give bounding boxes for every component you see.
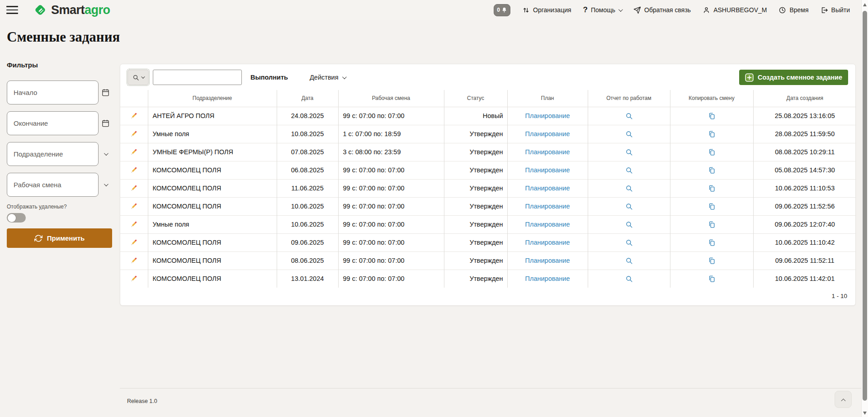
shift-tasks-table: Подразделение Дата Рабочая смена Статус … <box>120 90 856 288</box>
cell-date: 08.06.2025 <box>277 251 338 270</box>
copy-shift-icon[interactable] <box>708 275 716 283</box>
menu-icon[interactable] <box>6 6 18 14</box>
scrollbar-down-arrow[interactable] <box>863 412 867 415</box>
nav-feedback[interactable]: Обратная связь <box>633 6 691 14</box>
nav-logout[interactable]: Выйти <box>821 6 850 14</box>
notifications-button[interactable]: 0 <box>494 4 510 16</box>
edit-pencil-icon[interactable] <box>130 202 138 210</box>
nav-organization[interactable]: Организация <box>522 6 571 14</box>
apply-button[interactable]: Применить <box>7 228 112 248</box>
copy-shift-icon[interactable] <box>708 257 716 265</box>
copy-shift-icon[interactable] <box>708 203 716 210</box>
edit-pencil-icon[interactable] <box>130 148 138 156</box>
actions-menu-button[interactable]: Действия <box>310 74 345 81</box>
report-search-icon[interactable] <box>625 130 633 138</box>
footer-divider <box>120 388 861 389</box>
nav-logout-label: Выйти <box>831 6 850 14</box>
cell-created: 25.08.2025 13:16:05 <box>753 107 856 125</box>
plan-link[interactable]: Планирование <box>525 239 570 246</box>
edit-pencil-icon[interactable] <box>130 184 138 192</box>
report-search-icon[interactable] <box>625 203 633 210</box>
report-search-icon[interactable] <box>625 112 633 120</box>
plan-link[interactable]: Планирование <box>525 130 570 137</box>
work-shift-select[interactable] <box>7 173 99 197</box>
table-row: КОМСОМОЛЕЦ ПОЛЯ 13.01.2024 99 с: 07:00 п… <box>120 270 856 288</box>
cell-unit: АНТЕЙ АГРО ПОЛЯ <box>148 107 277 125</box>
search-options-button[interactable] <box>127 70 149 85</box>
calendar-icon[interactable] <box>99 86 112 100</box>
plan-link[interactable]: Планирование <box>525 203 570 210</box>
report-search-icon[interactable] <box>625 275 633 283</box>
copy-shift-icon[interactable] <box>708 148 716 156</box>
cell-shift: 99 с: 07:00 по: 07:00 <box>338 233 444 251</box>
nav-help-label: Помощь <box>591 6 615 14</box>
edit-pencil-icon[interactable] <box>130 166 138 174</box>
create-shift-task-button[interactable]: Создать сменное задание <box>739 70 848 85</box>
plan-link[interactable]: Планирование <box>525 112 570 119</box>
copy-shift-icon[interactable] <box>708 166 716 174</box>
cell-unit: КОМСОМОЛЕЦ ПОЛЯ <box>148 197 277 215</box>
copy-shift-icon[interactable] <box>708 185 716 192</box>
edit-pencil-icon[interactable] <box>130 130 138 138</box>
cell-status: Утвержден <box>444 215 507 233</box>
cell-date: 24.08.2025 <box>277 107 338 125</box>
vertical-scrollbar[interactable] <box>861 0 868 417</box>
plus-icon <box>745 73 754 82</box>
plan-link[interactable]: Планирование <box>525 185 570 192</box>
cell-unit: КОМСОМОЛЕЦ ПОЛЯ <box>148 270 277 288</box>
cell-unit: Умные поля <box>148 215 277 233</box>
plan-link[interactable]: Планирование <box>525 221 570 228</box>
release-label: Release 1.0 <box>127 398 157 404</box>
chevron-down-icon[interactable] <box>99 147 112 161</box>
nav-time[interactable]: Время <box>778 6 808 14</box>
cell-shift: 99 с: 07:00 по: 07:00 <box>338 179 444 197</box>
cell-status: Утвержден <box>444 197 507 215</box>
copy-shift-icon[interactable] <box>708 239 716 246</box>
edit-pencil-icon[interactable] <box>130 238 138 246</box>
bell-icon <box>501 7 507 13</box>
table-row: КОМСОМОЛЕЦ ПОЛЯ 06.08.2025 99 с: 07:00 п… <box>120 161 856 179</box>
show-deleted-toggle[interactable] <box>7 213 26 223</box>
brand-logo[interactable]: Smartagro <box>33 2 110 18</box>
calendar-icon[interactable] <box>99 117 112 130</box>
plan-link[interactable]: Планирование <box>525 275 570 282</box>
copy-shift-icon[interactable] <box>708 112 716 120</box>
execute-button[interactable]: Выполнить <box>250 74 288 81</box>
report-search-icon[interactable] <box>625 148 633 156</box>
cell-shift: 99 с: 07:00 по: 07:00 <box>338 251 444 270</box>
edit-pencil-icon[interactable] <box>130 220 138 228</box>
start-date-input[interactable] <box>7 81 99 104</box>
plan-link[interactable]: Планирование <box>525 148 570 156</box>
table-row: КОМСОМОЛЕЦ ПОЛЯ 08.06.2025 99 с: 07:00 п… <box>120 251 856 270</box>
cell-date: 06.08.2025 <box>277 161 338 179</box>
end-date-input[interactable] <box>7 111 99 135</box>
top-nav: 0 Организация ? Помощь Обратная связь <box>494 4 850 16</box>
search-input[interactable] <box>153 70 242 85</box>
cell-created: 10.06.2025 11:10:42 <box>753 233 856 251</box>
cell-shift: 99 с: 07:00 по: 07:00 <box>338 197 444 215</box>
report-search-icon[interactable] <box>625 166 633 174</box>
copy-shift-icon[interactable] <box>708 221 716 228</box>
edit-pencil-icon[interactable] <box>130 256 138 265</box>
scrollbar-up-arrow[interactable] <box>863 3 867 6</box>
plan-link[interactable]: Планирование <box>525 166 570 174</box>
scroll-to-top-button[interactable] <box>835 391 852 408</box>
unit-select[interactable] <box>7 142 99 166</box>
cell-created: 09.06.2025 11:52:56 <box>753 197 856 215</box>
chevron-down-icon[interactable] <box>99 178 112 192</box>
report-search-icon[interactable] <box>625 257 633 265</box>
report-search-icon[interactable] <box>625 239 633 246</box>
brand-name: Smartagro <box>51 3 110 17</box>
scrollbar-thumb[interactable] <box>863 11 867 401</box>
nav-user[interactable]: ASHURBEGOV_M <box>703 6 767 14</box>
edit-pencil-icon[interactable] <box>130 112 138 120</box>
report-search-icon[interactable] <box>625 185 633 192</box>
edit-pencil-icon[interactable] <box>130 275 138 283</box>
cell-status: Утвержден <box>444 143 507 161</box>
page-title: Сменные задания <box>7 29 120 45</box>
plan-link[interactable]: Планирование <box>525 257 570 264</box>
copy-shift-icon[interactable] <box>708 130 716 138</box>
nav-help[interactable]: ? Помощь <box>583 5 622 14</box>
report-search-icon[interactable] <box>625 221 633 228</box>
chevron-down-icon <box>618 7 623 12</box>
